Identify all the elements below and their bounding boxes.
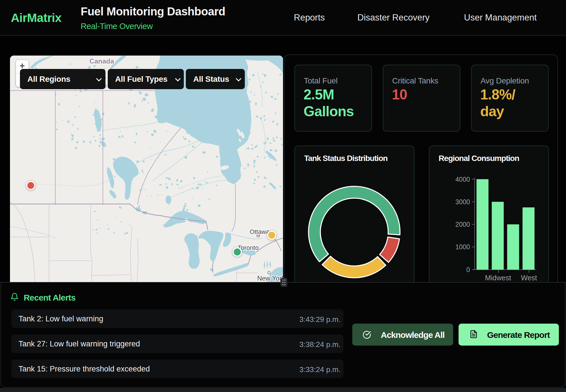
svg-text:Ottawa: Ottawa xyxy=(250,228,270,235)
svg-text:Canada: Canada xyxy=(89,57,114,65)
svg-text:West: West xyxy=(521,274,537,281)
svg-text:1000: 1000 xyxy=(455,243,470,251)
svg-text:Midwest: Midwest xyxy=(485,274,511,281)
svg-text:0: 0 xyxy=(466,266,470,273)
svg-text:New York: New York xyxy=(257,275,283,282)
svg-text:2000: 2000 xyxy=(455,221,470,228)
svg-text:4000: 4000 xyxy=(455,176,470,183)
svg-text:3000: 3000 xyxy=(455,198,470,206)
